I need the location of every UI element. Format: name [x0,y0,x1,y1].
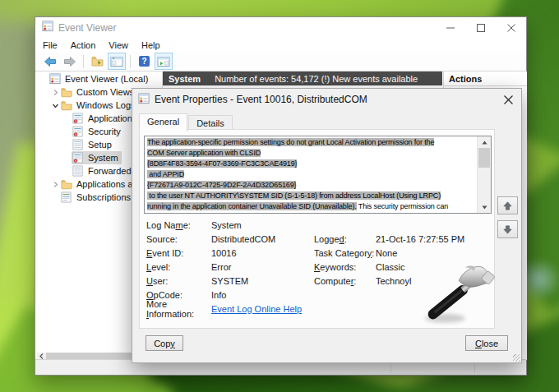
copy-button[interactable]: Copy [146,335,183,351]
desktop: Event Viewer File Action View Help ? [0,0,559,392]
field-row: Log Name:System [146,218,489,232]
menu-action[interactable]: Action [71,40,96,50]
field-label: Computer: [314,276,376,286]
svg-text:?: ? [141,57,146,66]
dialog-titlebar[interactable]: Event Properties - Event 10016, Distribu… [132,89,521,110]
field-row: Event ID:10016Task Category:None [146,246,489,260]
chevron-collapsed-icon[interactable] [50,89,60,96]
toolbar: ? [35,52,526,71]
toolbar-separator [83,55,84,68]
chevron-collapsed-icon[interactable] [50,181,60,188]
toolbar-separator [130,55,131,68]
event-log-online-help-link[interactable]: Event Log Online Help [211,304,314,314]
menu-view[interactable]: View [109,40,128,50]
status-bar-divider [390,362,391,373]
field-value: Error [211,262,314,272]
forward-icon[interactable] [61,53,79,70]
scroll-thumb[interactable] [478,148,490,168]
folder-icon [61,99,73,111]
field-label: More Information: [146,299,211,319]
events-list-header: System Number of events: 54,172 (!) New … [163,71,442,85]
tree-item-label: Windows Logs [76,100,136,110]
tab-general[interactable]: General [139,113,187,131]
field-value: System [211,220,314,230]
previous-event-button[interactable] [497,196,518,214]
show-action-pane-icon[interactable] [155,53,173,70]
list-icon [72,165,85,177]
field-row: Source:DistributedCOMLogged:21-Oct-16 7:… [146,232,489,246]
events-summary: Number of events: 54,172 (!) New events … [215,74,418,84]
event-properties-icon [138,93,150,107]
window-title: Event Viewer [58,22,435,34]
dialog-title: Event Properties - Event 10016, Distribu… [155,94,495,105]
event-viewer-icon [49,73,62,85]
actions-header-label: Actions [444,71,527,86]
help-icon[interactable]: ? [135,53,153,70]
folder-icon [61,86,73,98]
field-label: Source: [146,234,211,244]
field-label: User: [146,276,211,286]
menu-file[interactable]: File [43,40,58,50]
field-value: 10016 [211,248,314,258]
maximize-button[interactable] [465,17,496,38]
minimize-button[interactable] [435,17,465,38]
folder-icon [61,178,73,190]
subscriptions-icon [61,191,73,203]
log-icon [72,126,85,137]
tree-item-event-viewer-local[interactable]: Event Viewer (Local) [37,72,162,85]
field-label: Logged: [314,234,376,244]
back-icon[interactable] [41,53,59,70]
window-titlebar[interactable]: Event Viewer [35,17,526,38]
event-description-text: The application-specific permission sett… [147,137,477,213]
close-button[interactable] [496,17,526,38]
resize-grip[interactable] [513,354,520,362]
hammer-watermark [423,261,495,325]
tree-item-label: Setup [88,140,112,150]
field-label: Log Name: [146,220,211,230]
arrow-up-icon [502,201,513,211]
field-value: Info [211,290,314,300]
console-window-icon[interactable] [108,53,126,70]
arrow-down-icon [502,224,513,235]
close-dialog-button[interactable]: Close [465,335,508,351]
field-label: Keywords: [314,262,376,272]
list-icon [72,139,85,150]
field-value: DistributedCOM [211,234,314,244]
description-selected-text: The application-specific permission sett… [147,138,441,210]
field-label: Task Category: [314,248,376,258]
log-icon [72,113,85,124]
scroll-down-arrow-icon[interactable] [478,201,491,213]
tree-item-label: Custom Views [76,87,134,97]
field-value: None [376,248,489,258]
status-bar-divider [474,362,475,373]
log-name-label: System [169,74,201,84]
menu-help[interactable]: Help [141,40,160,50]
tree-item-label: System [88,153,118,163]
tree-item-label: Event Viewer (Local) [65,74,148,84]
chevron-expanded-icon[interactable] [50,102,60,109]
field-value: 21-Oct-16 7:27:55 PM [376,234,489,244]
field-label: Event ID: [146,248,211,258]
scroll-up-arrow-icon[interactable] [478,136,491,148]
menu-bar: File Action View Help [35,38,526,52]
export-folder-icon[interactable] [88,53,106,70]
event-viewer-app-icon [42,21,53,35]
tree-item-label: Application [88,113,132,123]
field-value: SYSTEM [211,276,314,286]
hammer-icon [423,261,495,325]
tree-item-label: Subscriptions [76,192,131,202]
description-scrollbar[interactable] [477,136,491,213]
dialog-close-icon[interactable] [495,89,521,110]
field-label: Level: [146,262,211,272]
tree-item-label: Security [88,127,121,136]
log-icon [72,152,85,164]
event-description-box[interactable]: The application-specific permission sett… [144,136,492,214]
next-event-button[interactable] [497,220,518,238]
